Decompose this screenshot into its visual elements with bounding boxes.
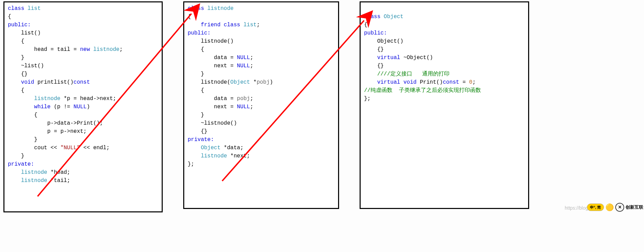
type-listnode: listnode <box>34 96 61 102</box>
code-line <box>8 169 21 176</box>
code-line: ~Object() <box>400 55 433 61</box>
keyword-public: public: <box>364 30 387 36</box>
code-line: { <box>8 87 24 94</box>
keyword-const: const <box>73 79 90 85</box>
code-line: list() <box>8 30 41 36</box>
code-line: }; <box>364 96 371 102</box>
code-line: } <box>8 137 37 143</box>
type-listnode: listnode <box>21 178 47 184</box>
type-listnode: listnode <box>93 46 120 53</box>
code-line: * <box>250 79 256 85</box>
code-line: { <box>8 112 37 118</box>
code-box-listnode: class listnode { friend class list; publ… <box>183 1 339 209</box>
keyword-const: const <box>443 79 459 85</box>
keyword-class: class <box>364 14 384 20</box>
code-line: {} <box>8 71 28 77</box>
code-line: { <box>8 14 11 20</box>
code-box-object: class Object { public: Object() {} virtu… <box>360 1 529 209</box>
logo-icon: ✕ <box>615 203 624 212</box>
code-line <box>188 153 201 159</box>
code-line: ; <box>250 63 253 69</box>
code-line: { <box>364 22 367 28</box>
code-line: ) <box>270 79 273 85</box>
code-line: *p = head->next; <box>61 96 116 102</box>
code-line: } <box>188 112 204 118</box>
code-line: p->data->Print(); <box>8 120 103 126</box>
param-pobj: pobj <box>237 96 250 102</box>
code-line: ; <box>250 104 253 110</box>
code-line <box>8 96 34 102</box>
keyword-virtual-void: virtual void <box>377 79 416 85</box>
code-line: ~list() <box>8 63 44 69</box>
code-line <box>8 178 21 184</box>
code-line: head = tail = <box>8 46 80 53</box>
code-line: { <box>188 87 204 94</box>
code-line: p = p->next; <box>8 128 86 135</box>
null-literal: NULL <box>237 104 250 110</box>
code-line: (p != <box>51 104 73 110</box>
code-line: printlist() <box>34 79 73 85</box>
code-line: ; <box>472 79 476 85</box>
code-line: }; <box>188 161 194 167</box>
keyword-while: while <box>34 104 51 110</box>
code-line: *tail; <box>47 178 70 184</box>
code-line: } <box>188 71 204 77</box>
type-listnode: listnode <box>201 153 227 159</box>
code-line: } <box>8 55 24 61</box>
code-line <box>188 145 201 151</box>
code-line <box>8 79 21 85</box>
type-listnode: listnode <box>21 169 47 176</box>
code-line: {} <box>188 128 207 135</box>
code-line: } <box>8 153 24 159</box>
code-line: ; <box>250 55 253 61</box>
keyword-new: new <box>80 46 93 53</box>
number-zero: 0 <box>469 79 472 85</box>
code-line: {} <box>364 46 384 53</box>
comment-interface: ////定义接口 通用的打印 <box>364 71 450 77</box>
code-line <box>364 79 377 85</box>
code-line: { <box>8 38 24 44</box>
code-line: ; <box>250 96 253 102</box>
param-pobj: pobj <box>257 79 270 85</box>
code-line: { <box>188 14 191 20</box>
code-line: ~listnode() <box>188 120 237 126</box>
code-line <box>364 55 377 61</box>
code-line: data = <box>188 96 237 102</box>
code-line: ) <box>86 104 90 110</box>
string-literal: "NULL" <box>61 145 80 151</box>
code-box-list: class list { public: list() { head = tai… <box>3 1 163 212</box>
diagram-container: class list { public: list() { head = tai… <box>0 0 644 214</box>
keyword-class: class <box>188 5 207 12</box>
null-literal: NULL <box>237 55 250 61</box>
badge-bubble: 申º, 简 <box>587 204 604 211</box>
keyword-public: public: <box>8 22 31 28</box>
type-object: Object <box>201 145 220 151</box>
null-literal: NULL <box>73 104 86 110</box>
code-line: << endl; <box>80 145 109 151</box>
keyword-friend-class: friend class <box>201 22 243 28</box>
code-line: data = <box>188 55 237 61</box>
badge-brand-text: 创新互联 <box>626 204 643 211</box>
code-line: cout << <box>8 145 61 151</box>
code-line: listnode( <box>188 79 230 85</box>
keyword-private: private: <box>8 161 34 167</box>
keyword-private: private: <box>188 137 214 143</box>
code-line: *data; <box>220 145 243 151</box>
code-line: listnode() <box>188 38 233 44</box>
code-line <box>188 22 201 28</box>
code-line: *next; <box>227 153 250 159</box>
type-object: Object <box>230 79 250 85</box>
keyword-class: class <box>8 5 28 12</box>
code-line: next = <box>188 104 237 110</box>
code-line: ; <box>257 22 260 28</box>
code-line: {} <box>364 63 384 69</box>
code-line: = <box>459 79 469 85</box>
keyword-public: public: <box>188 30 211 36</box>
comment-pure-virtual: //纯虚函数 子类继承了之后必须实现打印函数 <box>364 87 481 94</box>
code-line <box>8 104 34 110</box>
keyword-void: void <box>21 79 34 85</box>
code-line: *head; <box>47 169 70 176</box>
null-literal: NULL <box>237 63 250 69</box>
type-list: list <box>243 22 256 28</box>
code-line: Print() <box>417 79 443 85</box>
